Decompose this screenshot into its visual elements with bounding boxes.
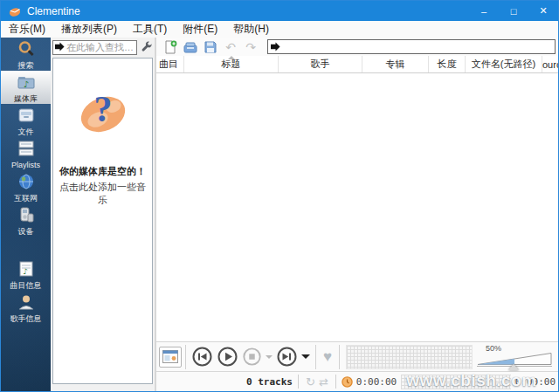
menu-extras[interactable]: 附件(E): [175, 22, 225, 37]
svg-text:?: ?: [93, 89, 112, 129]
sidebar-item-library[interactable]: ♪ 媒体库: [1, 71, 51, 104]
new-playlist-button[interactable]: [163, 40, 177, 54]
column-header-length[interactable]: 长度: [429, 56, 466, 72]
playlist-header: 曲目 标题 歌手 专辑 长度 文件名(无路径) ource: [156, 56, 558, 73]
sidebar-item-label: 设备: [18, 227, 34, 236]
library-search-row: [52, 39, 153, 55]
empty-library-logo-icon: ?: [77, 83, 129, 142]
menu-help[interactable]: 帮助(H): [225, 22, 277, 37]
sidebar-item-artist-info[interactable]: 歌手信息: [1, 291, 51, 324]
playlist-body[interactable]: [156, 73, 558, 341]
track-seek-slider[interactable]: [346, 345, 473, 369]
library-list[interactable]: ? 你的媒体库是空的！ 点击此处添加一些音乐: [52, 58, 153, 384]
artist-info-icon: [17, 292, 36, 313]
undo-button[interactable]: ↶: [224, 40, 238, 54]
title-bar: Clementine – □ ✕: [1, 1, 558, 21]
load-playlist-button[interactable]: [183, 40, 197, 54]
previous-icon: [191, 346, 213, 368]
library-search-box: [52, 40, 137, 55]
library-panel: ? 你的媒体库是空的！ 点击此处添加一些音乐: [51, 38, 156, 391]
sidebar-item-playlists[interactable]: Playlists: [1, 137, 51, 170]
column-header-source[interactable]: ource: [542, 56, 558, 72]
sidebar-item-files[interactable]: 文件: [1, 104, 51, 137]
playlist-panel: ↶ ↷ 曲目 标题 歌手 专辑 长度 文件名(无路径) ource: [156, 38, 558, 391]
redo-button[interactable]: ↷: [244, 40, 258, 54]
column-header-track[interactable]: 曲目: [156, 56, 184, 72]
sidebar-item-song-info[interactable]: ♪ 曲目信息: [1, 258, 51, 291]
minimize-button[interactable]: –: [469, 1, 499, 21]
playlists-icon: [17, 139, 36, 160]
separator: [335, 375, 336, 389]
files-icon: [17, 106, 36, 127]
next-track-button[interactable]: [276, 346, 298, 368]
stop-button[interactable]: [242, 347, 262, 367]
clementine-logo-icon: [9, 5, 21, 17]
window-controls: – □ ✕: [469, 1, 558, 21]
column-header-title[interactable]: 标题: [184, 56, 279, 72]
sidebar: 搜索 ♪ 媒体库: [1, 38, 51, 391]
player-controls: ♥ 50%: [156, 341, 558, 371]
sidebar-item-label: 媒体库: [14, 94, 38, 103]
library-search-input[interactable]: [66, 42, 135, 52]
repeat-icon[interactable]: ↻: [306, 376, 315, 388]
add-music-link[interactable]: 点击此处添加一些音乐: [53, 181, 152, 207]
filter-arrow-icon[interactable]: [271, 39, 280, 55]
volume-handle[interactable]: [508, 364, 519, 370]
separator: [298, 375, 299, 389]
shuffle-icon[interactable]: ⇄: [319, 376, 328, 388]
filter-arrow-icon[interactable]: [55, 39, 65, 55]
separator: [185, 345, 186, 369]
load-playlist-icon: [183, 40, 197, 54]
playlist-filter-box: [267, 39, 556, 54]
play-time-icon: [342, 376, 353, 388]
wrench-icon: [141, 41, 153, 53]
library-settings-button[interactable]: [140, 40, 153, 54]
sidebar-spacer: [1, 237, 51, 258]
sidebar-item-internet[interactable]: 互联网: [1, 170, 51, 203]
sidebar-item-label: 曲目信息: [10, 281, 42, 290]
play-button[interactable]: [217, 346, 238, 368]
love-track-button[interactable]: ♥: [323, 349, 332, 364]
stop-options-dropdown-icon[interactable]: [266, 355, 273, 359]
save-playlist-icon: [204, 40, 217, 54]
sidebar-item-devices[interactable]: 设备: [1, 203, 51, 237]
next-options-dropdown-icon[interactable]: [301, 354, 310, 359]
clementine-window: Clementine – □ ✕ 音乐(M) 播放列表(P) 工具(T) 附件(…: [0, 0, 559, 392]
maximize-button[interactable]: □: [499, 1, 528, 21]
new-playlist-icon: [163, 40, 177, 54]
sidebar-item-label: 文件: [18, 127, 34, 136]
window-title: Clementine: [27, 5, 80, 17]
svg-text:♪: ♪: [23, 267, 28, 276]
search-icon: [17, 39, 36, 60]
sidebar-item-search[interactable]: 搜索: [1, 38, 51, 71]
now-playing-toggle-button[interactable]: [159, 347, 182, 368]
empty-library-title: 你的媒体库是空的！: [58, 165, 148, 178]
menu-playlist[interactable]: 播放列表(P): [53, 22, 125, 37]
column-header-artist[interactable]: 歌手: [279, 56, 362, 72]
menu-tools[interactable]: 工具(T): [125, 22, 175, 37]
sidebar-item-label: 歌手信息: [10, 314, 42, 323]
status-slider-area: [401, 375, 510, 389]
separator: [315, 345, 316, 369]
column-header-filename[interactable]: 文件名(无路径): [466, 56, 542, 72]
song-info-icon: ♪: [17, 259, 36, 280]
next-icon: [276, 346, 298, 368]
sidebar-item-label: 互联网: [14, 194, 38, 203]
main-area: 搜索 ♪ 媒体库: [1, 38, 558, 391]
playlist-filter-input[interactable]: [283, 42, 552, 52]
menu-music[interactable]: 音乐(M): [1, 22, 53, 37]
devices-icon: [17, 205, 36, 226]
status-bar: 0 tracks ↻ ⇄ 0:00:00 0:00:00: [156, 371, 558, 391]
sort-indicator-icon: [228, 56, 235, 59]
previous-track-button[interactable]: [191, 346, 213, 368]
play-icon: [217, 346, 238, 368]
svg-text:♪: ♪: [23, 79, 28, 89]
save-playlist-button[interactable]: [204, 40, 217, 54]
sidebar-item-label: Playlists: [11, 161, 40, 169]
volume-control[interactable]: 50%: [475, 342, 556, 371]
elapsed-time: 0:00:00: [356, 376, 397, 388]
close-button[interactable]: ✕: [528, 1, 558, 21]
column-header-album[interactable]: 专辑: [362, 56, 429, 72]
playlist-toolbar: ↶ ↷: [156, 38, 558, 56]
stop-icon: [242, 347, 262, 367]
